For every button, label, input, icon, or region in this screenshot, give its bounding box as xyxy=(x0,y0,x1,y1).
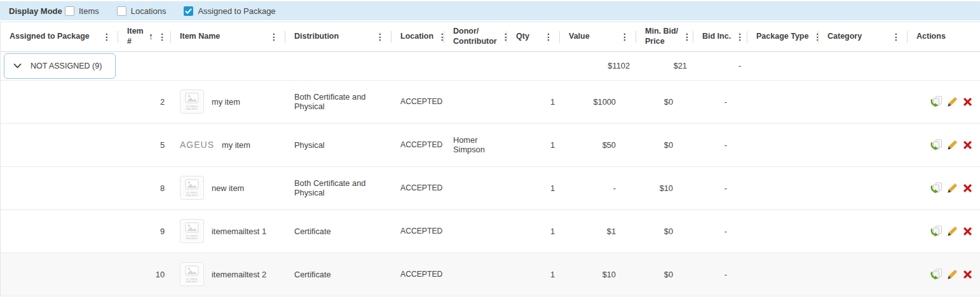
copy-green-arrow-icon xyxy=(930,139,943,151)
column-header-actions[interactable]: Actions xyxy=(908,22,980,51)
checkbox-assigned-to-package[interactable] xyxy=(184,6,193,16)
checkbox-label-items: Items xyxy=(79,6,99,16)
display-mode-option-assigned-to-package[interactable]: Assigned to Package xyxy=(184,6,275,16)
no-image-placeholder-icon: NO IMAGE AVAILABLE xyxy=(180,89,204,114)
group-value-total: $1102 xyxy=(560,51,636,80)
value-cell: $1 xyxy=(560,209,636,253)
column-header-value[interactable]: Value⋮ xyxy=(560,22,636,51)
category-cell xyxy=(819,253,908,296)
svg-text:NO IMAGE: NO IMAGE xyxy=(186,235,198,237)
column-menu-icon[interactable]: ⋮ xyxy=(157,31,167,43)
group-label: NOT ASSIGNED (9) xyxy=(31,62,102,70)
item-name-cell: NO IMAGE AVAILABLE new item xyxy=(171,166,285,209)
copy-to-package-button[interactable] xyxy=(930,139,943,151)
checkbox-items[interactable] xyxy=(65,6,74,16)
copy-to-package-button[interactable] xyxy=(930,96,943,108)
column-menu-icon[interactable]: ⋮ xyxy=(735,31,745,43)
delete-button[interactable] xyxy=(962,96,973,107)
distribution-cell: Certificate xyxy=(285,253,391,296)
delete-button[interactable] xyxy=(962,183,973,194)
column-header-category[interactable]: Category⋮ xyxy=(819,22,908,51)
display-mode-option-locations[interactable]: Locations xyxy=(117,6,167,16)
package-type-cell xyxy=(747,123,819,166)
min-bid-cell: $0 xyxy=(636,80,693,123)
grid-header: Assigned to Package⋮Item#↑⋮Item Name⋮Dis… xyxy=(1,22,980,51)
group-toggle-not-assigned[interactable]: NOT ASSIGNED (9) xyxy=(4,53,116,79)
bid-inc-cell: - xyxy=(693,123,747,166)
no-image-placeholder-icon: NO IMAGE AVAILABLE xyxy=(180,262,204,286)
value-cell: - xyxy=(560,166,636,209)
item-thumbnail-logo[interactable]: AGEUS xyxy=(180,140,214,150)
copy-green-arrow-icon xyxy=(930,268,943,281)
bid-inc-cell: - xyxy=(693,80,747,123)
copy-to-package-button[interactable] xyxy=(930,268,943,281)
item-thumbnail-no-image[interactable]: NO IMAGE AVAILABLE xyxy=(180,89,204,114)
column-header-location[interactable]: Location⋮ xyxy=(391,22,444,51)
items-grid: Assigned to Package⋮Item#↑⋮Item Name⋮Dis… xyxy=(0,22,980,296)
value-cell: $50 xyxy=(560,123,636,166)
copy-to-package-button[interactable] xyxy=(930,182,943,194)
item-thumbnail-no-image[interactable]: NO IMAGE AVAILABLE xyxy=(180,219,204,243)
value-cell: $10 xyxy=(560,253,636,296)
column-header-package-type[interactable]: Package Type⋮ xyxy=(747,22,819,51)
table-row: 2 NO IMAGE AVAILABLE my item Both Certi xyxy=(1,80,980,123)
column-header-donor[interactable]: Donor/Contributor⋮ xyxy=(444,22,507,51)
actions-cell xyxy=(908,123,980,166)
qty-cell: 1 xyxy=(507,80,560,123)
item-thumbnail-no-image[interactable]: NO IMAGE AVAILABLE xyxy=(180,262,204,286)
checkbox-locations[interactable] xyxy=(117,6,126,16)
pencil-icon xyxy=(947,182,958,194)
column-menu-icon[interactable]: ⋮ xyxy=(620,31,630,43)
delete-button[interactable] xyxy=(962,226,973,237)
item-thumbnail-no-image[interactable]: NO IMAGE AVAILABLE xyxy=(180,176,204,200)
svg-text:AVAILABLE: AVAILABLE xyxy=(186,194,198,197)
column-menu-icon[interactable]: ⋮ xyxy=(543,31,554,43)
edit-button[interactable] xyxy=(947,182,958,194)
column-menu-icon[interactable]: ⋮ xyxy=(102,31,112,43)
item-name-cell: NO IMAGE AVAILABLE itememailtest 1 xyxy=(171,209,285,253)
column-header-item-name[interactable]: Item Name⋮ xyxy=(171,22,285,51)
delete-button[interactable] xyxy=(962,140,973,150)
assigned-to-package-cell xyxy=(1,80,118,123)
package-type-cell xyxy=(747,166,819,209)
column-header-item-number[interactable]: Item#↑⋮ xyxy=(118,22,171,51)
svg-text:AVAILABLE: AVAILABLE xyxy=(186,237,198,240)
copy-green-arrow-icon xyxy=(930,182,943,194)
pencil-icon xyxy=(947,96,958,107)
distribution-cell: Physical xyxy=(285,123,391,166)
package-type-cell xyxy=(747,80,819,123)
edit-button[interactable] xyxy=(947,139,958,150)
column-header-assigned[interactable]: Assigned to Package⋮ xyxy=(1,22,118,51)
column-menu-icon[interactable]: ⋮ xyxy=(375,31,385,43)
actions-cell xyxy=(908,253,980,296)
display-mode-option-items[interactable]: Items xyxy=(65,6,99,16)
column-label: Distribution xyxy=(294,32,339,42)
display-mode-bar: Display Mode Items Locations Assigned to… xyxy=(0,1,980,20)
delete-button[interactable] xyxy=(962,269,973,280)
edit-button[interactable] xyxy=(947,96,958,107)
column-menu-icon[interactable]: ⋮ xyxy=(682,31,692,43)
column-menu-icon[interactable]: ⋮ xyxy=(437,31,444,43)
column-label: Value xyxy=(569,32,590,42)
item-number-cell: 2 xyxy=(118,80,171,123)
edit-button[interactable] xyxy=(947,268,958,280)
distribution-cell: Both Certificate and Physical xyxy=(285,166,391,209)
column-header-qty[interactable]: Qty⋮ xyxy=(507,22,560,51)
copy-to-package-button[interactable] xyxy=(930,225,943,237)
column-menu-icon[interactable]: ⋮ xyxy=(269,31,279,43)
column-label: Bid Inc. xyxy=(702,32,731,42)
qty-cell: 1 xyxy=(507,209,560,253)
column-menu-icon[interactable]: ⋮ xyxy=(501,31,507,43)
item-name-cell: NO IMAGE AVAILABLE itememailtest 2 xyxy=(171,253,285,296)
group-bid-inc-total: - xyxy=(693,51,747,80)
column-header-distribution[interactable]: Distribution⋮ xyxy=(285,22,391,51)
category-cell xyxy=(819,123,908,166)
sort-ascending-icon: ↑ xyxy=(149,30,154,43)
column-header-bid-inc[interactable]: Bid Inc.⋮ xyxy=(693,22,747,51)
edit-button[interactable] xyxy=(947,225,958,237)
column-menu-icon[interactable]: ⋮ xyxy=(812,31,819,43)
assigned-to-package-cell xyxy=(1,123,118,166)
copy-green-arrow-icon xyxy=(930,96,943,108)
column-header-min-bid[interactable]: Min. Bid/Price⋮ xyxy=(636,22,693,51)
column-menu-icon[interactable]: ⋮ xyxy=(891,31,901,43)
